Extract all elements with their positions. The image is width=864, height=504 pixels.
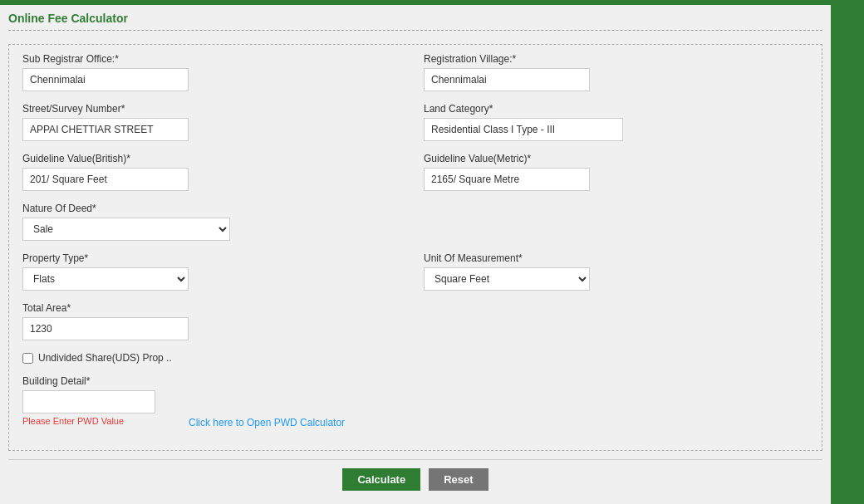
nature-of-deed-select[interactable]: Sale	[22, 218, 230, 241]
guideline-british-input[interactable]	[22, 168, 189, 191]
land-category-input[interactable]	[424, 118, 623, 141]
unit-of-measurement-select[interactable]: Square Feet	[424, 267, 590, 291]
registration-village-label: Registration Village:*	[424, 53, 808, 65]
total-area-label: Total Area*	[22, 302, 808, 314]
guideline-metric-label: Guideline Value(Metric)*	[424, 153, 808, 164]
property-type-label: Property Type*	[22, 252, 407, 264]
unit-of-measurement-label: Unit Of Measurement*	[424, 252, 808, 264]
guideline-metric-input[interactable]	[424, 168, 590, 191]
registration-village-input[interactable]	[424, 68, 590, 91]
nature-of-deed-label: Nature Of Deed*	[22, 203, 230, 214]
property-type-select[interactable]: Flats	[22, 267, 189, 291]
sub-registrar-label: Sub Registrar Office:*	[22, 53, 407, 65]
street-survey-label: Street/Survey Number*	[22, 103, 407, 115]
pwd-error: Please Enter PWD Value	[22, 416, 155, 426]
building-detail-label: Building Detail*	[22, 375, 155, 387]
land-category-label: Land Category*	[424, 103, 808, 115]
reset-button[interactable]: Reset	[429, 468, 488, 491]
calculate-button[interactable]: Calculate	[342, 468, 420, 491]
total-area-input[interactable]	[22, 317, 189, 340]
guideline-british-label: Guideline Value(British)*	[22, 153, 407, 164]
sidebar-green	[831, 0, 864, 504]
sub-registrar-input[interactable]	[22, 68, 189, 91]
street-survey-input[interactable]	[22, 118, 189, 141]
pwd-calculator-link[interactable]: Click here to Open PWD Calculator	[189, 417, 345, 428]
uds-checkbox[interactable]	[22, 353, 33, 364]
uds-label[interactable]: Undivided Share(UDS) Prop ..	[38, 352, 172, 364]
section-title: Online Fee Calculator	[8, 5, 822, 31]
building-detail-input[interactable]	[22, 390, 155, 413]
